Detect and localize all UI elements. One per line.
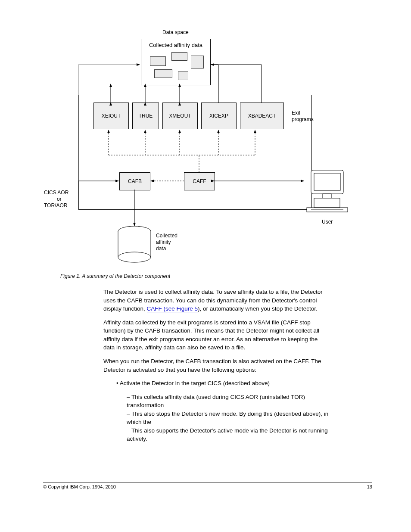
footer-page-number: 13 [367, 484, 372, 489]
paragraph-2: Affinity data collected by the exit prog… [103, 318, 329, 352]
bullet-1: Activate the Detector in the target CICS… [116, 379, 329, 388]
diagram-connectors [44, 26, 371, 267]
paragraph-1: The Detector is used to collect affinity… [103, 288, 329, 313]
sub-bullet-1: This collects affinity data (used during… [127, 393, 329, 410]
figure-caption: Figure 1. A summary of the Detector comp… [60, 273, 372, 279]
paragraph-3: When you run the Detector, the CAFB tran… [103, 357, 329, 374]
link-caff-figure5[interactable]: CAFF (see Figure 5 [147, 305, 198, 312]
footer-copyright: © Copyright IBM Corp. 1994, 2010 [43, 484, 116, 489]
sub-bullet-3: This also supports the Detector's active… [127, 426, 329, 443]
sub-bullet-2: This also stops the Detector's new mode.… [127, 410, 329, 426]
